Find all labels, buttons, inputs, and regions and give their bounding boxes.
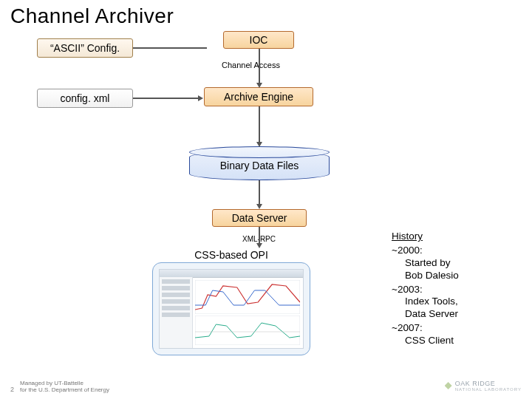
history-heading: History <box>392 231 517 243</box>
data-server-node: Data Server <box>212 209 307 227</box>
history-line: Data Server <box>405 308 517 321</box>
history-year-1: ~2003: <box>392 284 517 296</box>
config-xml-node: config. xml <box>37 89 133 108</box>
ioc-node: IOC <box>223 31 294 49</box>
history-year-0: ~2000: <box>392 245 517 257</box>
svg-rect-1 <box>195 316 300 345</box>
arrow-ioc-engine <box>259 49 260 86</box>
arrowhead-icon <box>256 142 262 147</box>
arrowhead-icon <box>256 204 262 209</box>
arrow-engine-binary <box>259 106 260 143</box>
footer: 2 Managed by UT-Battelle for the U.S. De… <box>10 380 109 393</box>
logo-name: OAK RIDGE <box>455 380 496 387</box>
arrow-configxml-engine <box>133 98 200 99</box>
arrow-ascii-right <box>133 47 207 49</box>
arrowhead-icon <box>256 243 262 248</box>
channel-access-label: Channel Access <box>222 61 280 69</box>
history-line: CSS Client <box>405 335 517 347</box>
ascii-config-node: “ASCII” Config. <box>37 38 133 58</box>
binary-data-files-label: Binary Data Files <box>220 160 299 171</box>
history-year-2: ~2007: <box>392 322 517 335</box>
page-title: Channel Archiver <box>10 4 174 28</box>
logo-sub: NATIONAL LABORATORY <box>455 387 522 392</box>
css-opi-node: CSS-based OPI <box>152 262 310 355</box>
arrowhead-icon <box>256 83 262 88</box>
oak-ridge-logo: OAK RIDGE NATIONAL LABORATORY <box>445 380 522 392</box>
arrow-dataserver-opi <box>259 227 260 245</box>
history-panel: History ~2000: Started by Bob Dalesio ~2… <box>392 231 517 347</box>
arrowhead-icon <box>198 95 203 101</box>
page-number: 2 <box>10 386 14 393</box>
history-line: Started by <box>405 257 517 270</box>
footer-line1: Managed by UT-Battelle <box>20 380 83 386</box>
history-line: Bob Dalesio <box>405 270 517 282</box>
archive-engine-node: Archive Engine <box>204 87 313 106</box>
css-opi-label: CSS-based OPI <box>153 249 310 261</box>
footer-line2: for the U.S. Department of Energy <box>20 386 109 393</box>
opi-screenshot-mock <box>159 269 304 349</box>
leaf-icon <box>445 382 452 389</box>
svg-rect-0 <box>195 280 300 314</box>
history-line: Index Tools, <box>405 296 517 308</box>
binary-data-files-node: Binary Data Files <box>189 151 330 180</box>
arrow-binary-dataserver <box>259 180 260 205</box>
